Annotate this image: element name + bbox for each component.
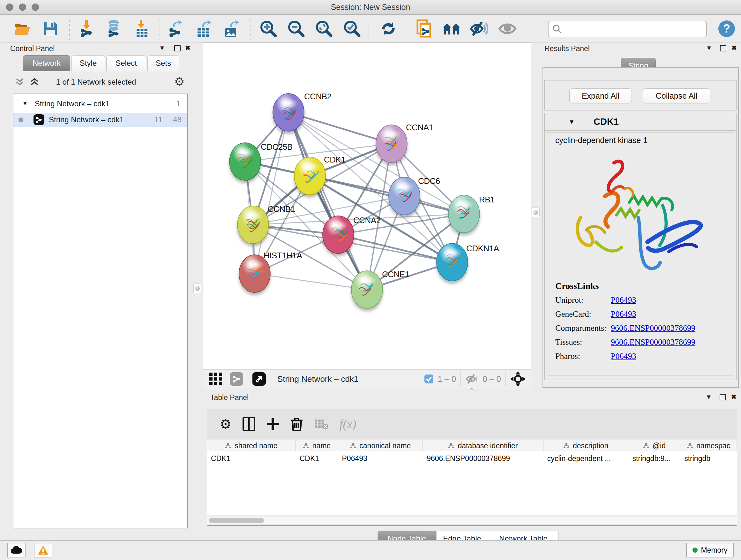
node-label-ccna1: CCNA1 <box>406 123 433 132</box>
crosslink-link[interactable]: 9606.ENSP00000378699 <box>611 323 695 333</box>
expand-all-button[interactable]: Expand All <box>569 88 632 104</box>
share-view-icon[interactable] <box>230 372 243 386</box>
zoom-out-icon[interactable] <box>287 19 306 38</box>
zoom-fit-icon[interactable] <box>315 19 333 38</box>
gear-icon[interactable]: ⚙ <box>174 75 185 88</box>
network-node-cdc6 <box>388 177 420 218</box>
enhanced-labels-icon[interactable] <box>469 19 488 38</box>
tab-sets[interactable]: Sets <box>147 55 179 71</box>
graphics-detail-icon[interactable] <box>498 19 517 38</box>
table-cell[interactable]: stringdb <box>680 451 737 465</box>
protein-description: cyclin-dependent kinase 1 <box>547 132 734 145</box>
table-cell[interactable]: P06493 <box>338 451 423 465</box>
save-session-icon[interactable] <box>41 19 60 38</box>
crosslink-label: Uniprot: <box>547 295 611 305</box>
table-toolbar: ⚙ f(x) <box>207 409 737 439</box>
close-panel-icon[interactable]: ✖ <box>185 44 191 52</box>
column-header-namespac[interactable]: namespac <box>680 440 737 451</box>
grid-view-icon[interactable] <box>209 372 223 386</box>
table-cell[interactable]: CDK1 <box>296 451 338 465</box>
network-row-selected[interactable]: String Network – cdk1 11 48 <box>13 113 187 127</box>
houses-icon[interactable] <box>442 19 461 38</box>
crosslink-link[interactable]: 9606.ENSP00000378699 <box>611 337 695 347</box>
table-gear-icon[interactable]: ⚙ <box>219 416 232 432</box>
node-label-cdc25b: CDC25B <box>261 142 293 152</box>
protein-expand-icon[interactable]: ▼ <box>569 118 575 125</box>
node-label-ccnb1: CCNB1 <box>268 204 295 214</box>
import-table-icon[interactable] <box>133 19 151 38</box>
zoom-in-icon[interactable] <box>259 19 278 38</box>
column-header-description[interactable]: description <box>543 440 629 451</box>
crosslink-label: Tissues: <box>547 337 611 347</box>
add-icon[interactable] <box>266 417 280 431</box>
node-label-ccne1: CCNE1 <box>382 269 409 279</box>
column-header-name[interactable]: name <box>296 440 338 451</box>
panel-menu-icon[interactable]: ▼ <box>705 393 712 401</box>
copy-network-icon[interactable] <box>415 19 434 38</box>
table-cell[interactable]: stringdb:9... <box>628 451 680 465</box>
network-node-ccna2 <box>322 216 354 256</box>
export-network-icon[interactable] <box>166 19 185 38</box>
warning-button[interactable] <box>34 543 52 557</box>
node-table[interactable]: shared namenamecanonical namedatabase id… <box>207 440 737 515</box>
table-cell[interactable]: 9606.ENSP00000378699 <box>423 451 543 465</box>
node-label-hist1h1a: HIST1H1A <box>264 251 302 260</box>
table-cell[interactable]: cyclin-dependent ... <box>543 451 629 465</box>
search-input[interactable] <box>562 24 699 34</box>
node-count: 11 <box>154 115 162 124</box>
import-network-icon[interactable] <box>77 19 96 38</box>
collapse-all-button[interactable]: Collapse All <box>643 88 711 104</box>
table-hscrollbar[interactable] <box>207 516 737 525</box>
fit-content-icon[interactable] <box>510 371 526 387</box>
network-tree: ▼ String Network – cdk1 1 String Network… <box>13 94 188 528</box>
crosslink-row: Tissues:9606.ENSP00000378699 <box>547 335 734 349</box>
selected-checkbox-icon[interactable] <box>424 374 434 384</box>
crosslink-link[interactable]: P06493 <box>611 295 636 305</box>
open-session-icon[interactable] <box>13 19 31 38</box>
export-table-icon[interactable] <box>194 19 213 38</box>
import-database-icon[interactable] <box>105 19 123 38</box>
crosslinks-list: Uniprot:P06493GeneCard:P06493Compartment… <box>547 293 734 363</box>
search-field[interactable] <box>548 21 707 37</box>
column-header--id[interactable]: @id <box>628 440 680 451</box>
tab-select[interactable]: Select <box>106 55 146 71</box>
panel-menu-icon[interactable]: ▼ <box>159 44 165 52</box>
birdseye-view-icon[interactable] <box>253 372 266 386</box>
select-columns-icon[interactable] <box>243 417 255 431</box>
network-canvas[interactable]: CCNB2CCNA1CDC25BCDK1CDC6RB1CCNB1CCNA2CDK… <box>203 43 531 370</box>
node-label-ccnb2: CCNB2 <box>304 91 332 101</box>
column-header-canonical-name[interactable]: canonical name <box>338 440 423 451</box>
refresh-icon[interactable] <box>379 19 398 38</box>
tab-network[interactable]: Network <box>23 55 70 71</box>
node-label-cdkn1a: CDKN1A <box>466 244 499 253</box>
network-collection-row[interactable]: ▼ String Network – cdk1 1 <box>13 98 187 110</box>
export-image-icon[interactable] <box>222 19 241 38</box>
left-splitter-handle[interactable] <box>193 284 201 293</box>
tab-style[interactable]: Style <box>71 55 105 71</box>
network-node-ccne1 <box>351 271 383 311</box>
panel-menu-icon[interactable]: ▼ <box>706 44 712 52</box>
delete-icon[interactable] <box>290 417 303 431</box>
close-panel-icon[interactable]: ✖ <box>731 44 737 52</box>
network-view-toolbar: String Network – cdk1 1 – 0 0 – 0 <box>203 370 531 388</box>
float-panel-icon[interactable] <box>720 45 726 51</box>
cloud-button[interactable] <box>7 543 25 557</box>
network-node-rb1 <box>448 195 480 236</box>
column-header-shared-name[interactable]: shared name <box>207 440 296 451</box>
zoom-selected-icon[interactable] <box>343 19 361 38</box>
memory-button[interactable]: Memory <box>686 543 734 557</box>
crosslinks-heading: CrossLinks <box>547 280 734 293</box>
crosslink-link[interactable]: P06493 <box>611 309 636 319</box>
help-icon[interactable]: ? <box>718 19 736 38</box>
close-panel-icon[interactable]: ✖ <box>731 393 737 401</box>
crosslink-link[interactable]: P06493 <box>611 352 636 361</box>
table-row[interactable]: CDK1CDK1P064939606.ENSP00000378699cyclin… <box>207 451 737 465</box>
table-cell[interactable]: CDK1 <box>207 451 296 465</box>
float-panel-icon[interactable] <box>174 45 181 51</box>
crosslink-label: Compartments: <box>547 323 611 333</box>
float-panel-icon[interactable] <box>720 394 726 400</box>
collection-count: 1 <box>176 99 180 108</box>
right-splitter-handle[interactable] <box>532 207 540 217</box>
column-header-database-identifier[interactable]: database identifier <box>423 440 543 451</box>
tree-expand-icon[interactable]: ▼ <box>22 101 28 107</box>
